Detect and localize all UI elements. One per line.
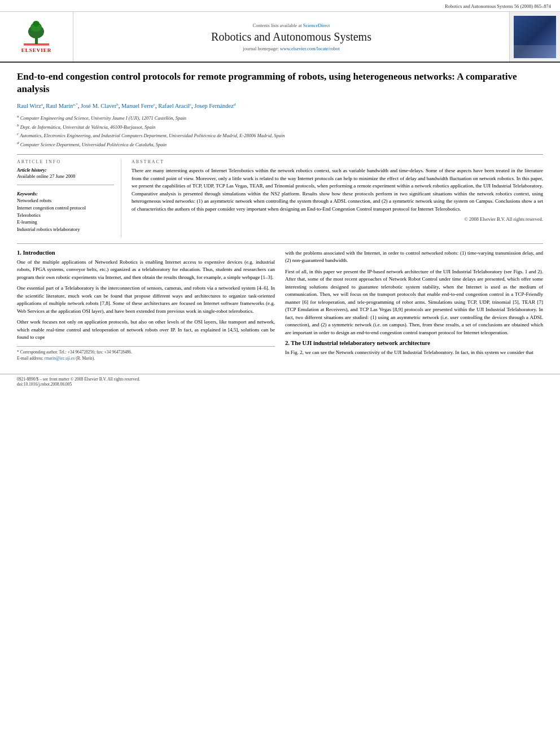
keywords-list: Networked robots Internet congestion con… [17,197,114,233]
copyright-line: © 2008 Elsevier B.V. All rights reserved… [132,216,543,222]
keywords-block: Keywords: Networked robots Internet cong… [17,191,114,233]
footnote-email: E-mail address: rmarin@icc.uji.es (R. Ma… [17,355,275,361]
footnote-email-link[interactable]: rmarin@icc.uji.es [45,356,75,361]
authors-line: Raul Wirza, Raul Marína,*, José M. Clave… [17,101,543,110]
author-1: Raul Wirza [17,103,43,109]
abstract-label: ABSTRACT [132,159,543,164]
journal-banner: ELSEVIER Contents lists available at Sci… [0,12,560,63]
section1-heading: 1. Introduction [17,250,275,256]
author-5: Rafael Aracilc [158,103,191,109]
body-section: 1. Introduction One of the multiple appl… [17,250,543,362]
available-online: Available online 27 June 2008 [17,173,114,179]
article-info-col: ARTICLE INFO Article history: Available … [17,159,121,238]
article-history-block: Article history: Available online 27 Jun… [17,167,114,179]
keyword-2: Internet congestion control protocol [17,205,86,211]
homepage-url-link[interactable]: www.elsevier.com/locate/robot [280,46,340,51]
keyword-4: E-learning [17,219,37,225]
elsevier-wordmark: ELSEVIER [21,47,52,53]
bottom-bar: 0921-8890/$ – see front matter © 2008 El… [0,374,560,389]
author-2: Raul Marína,* [46,103,77,109]
sciencedirect-link[interactable]: ScienceDirect [303,23,330,28]
journal-thumbnail [514,16,556,58]
section1-para3: Other work focuses not only on applicati… [17,318,275,342]
journal-title-banner: Robotics and Autonomous Systems [211,30,371,43]
elsevier-logo: ELSEVIER [21,20,52,53]
keywords-label: Keywords: [17,191,114,196]
article-info-label: ARTICLE INFO [17,159,114,164]
journal-homepage: journal homepage: www.elsevier.com/locat… [243,46,339,51]
banner-center: Contents lists available at ScienceDirec… [73,12,509,62]
section1-para2: One essential part of a Telelaboratory i… [17,285,275,315]
author-3: José M. Claverb [81,103,119,109]
main-divider [17,243,543,244]
footnote-corresponding: * Corresponding author. Tel.: +34 964728… [17,349,275,355]
author-6: Josep Fernándezd [194,103,235,109]
info-abstract-section: ARTICLE INFO Article history: Available … [17,154,543,238]
affil-b: b Dept. de Informàtica, Universitat de V… [17,123,543,131]
elsevier-tree-icon [21,20,52,46]
doi-line: doi:10.1016/j.robot.2008.06.005 [17,382,72,387]
sciencedirect-line: Contents lists available at ScienceDirec… [253,23,330,28]
svg-point-4 [33,21,40,27]
section1-para1: One of the multiple applications of Netw… [17,259,275,282]
keyword-5: Industrial robotics telelaboratory [17,226,80,232]
section1-right-para1: with the problems associated with the In… [285,250,543,265]
section2-heading: 2. The UJI industrial telelaboratory net… [285,340,543,346]
keyword-3: Telerobotics [17,212,41,218]
affiliations: a Computer Engineering and Science, Univ… [17,113,543,148]
journal-thumbnail-area [509,12,560,62]
section2-text: In Fig. 2, we can see the Network connec… [285,349,543,357]
section1-right-para2: First of all, in this paper we present t… [285,268,543,337]
article-title: End-to-end congestion control protocols … [17,71,543,95]
body-col-left: 1. Introduction One of the multiple appl… [17,250,275,362]
keyword-1: Networked robots [17,198,51,203]
affil-a: a Computer Engineering and Science, Univ… [17,113,543,122]
footnote-area: * Corresponding author. Tel.: +34 964728… [17,346,275,362]
history-label: Article history: [17,167,114,173]
affil-d: d Computer Science Department, Universid… [17,140,543,148]
info-divider [17,185,114,185]
body-col-right: with the problems associated with the In… [285,250,543,362]
journal-citation: Robotics and Autonomous Systems 56 (2008… [0,0,560,12]
elsevier-logo-area: ELSEVIER [0,12,73,62]
affil-c: c Automatics, Electronics Engineering, a… [17,131,543,139]
abstract-col: ABSTRACT There are many interesting aspe… [132,159,543,238]
main-content: End-to-end congestion control protocols … [0,63,560,369]
abstract-text: There are many interesting aspects of In… [132,167,543,213]
issn-line: 0921-8890/$ – see front matter © 2008 El… [17,377,140,382]
author-4: Manuel Ferrec [121,103,155,109]
